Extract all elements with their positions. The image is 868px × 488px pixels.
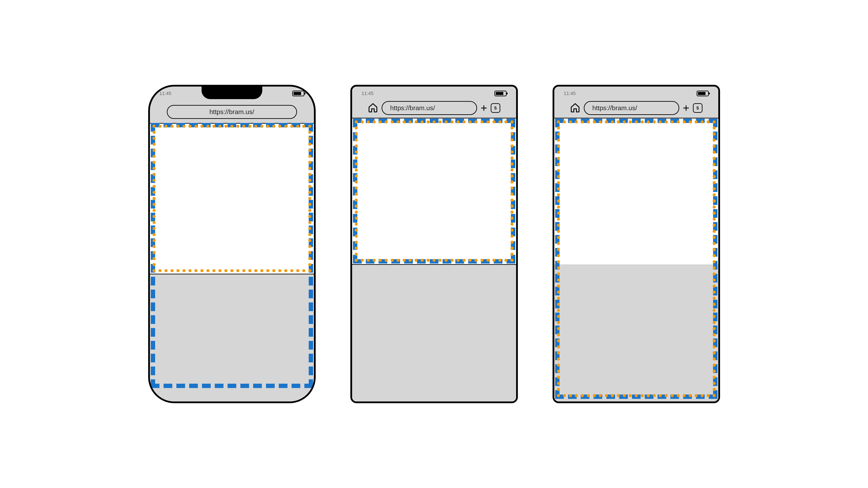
url-bar[interactable]: https://bram.us/	[167, 105, 297, 119]
status-time: 11:45	[362, 91, 374, 96]
page-content	[150, 123, 314, 274]
virtual-keyboard	[150, 274, 314, 401]
phone-iphone: 11:45 https://bram.us/ Focused Input	[148, 85, 316, 403]
virtual-keyboard	[554, 264, 718, 400]
status-time: 11:45	[159, 91, 172, 96]
url-bar[interactable]: https://bram.us/	[584, 101, 679, 115]
battery-icon	[494, 91, 506, 96]
virtual-keyboard	[352, 265, 516, 401]
battery-icon	[696, 91, 709, 96]
toolbar: https://bram.us/ + 5	[352, 98, 516, 118]
toolbar: https://bram.us/ + 5	[554, 98, 718, 118]
battery-icon	[292, 91, 304, 96]
url-bar[interactable]: https://bram.us/	[382, 101, 477, 115]
tab-count[interactable]: 5	[491, 103, 500, 113]
phone-android-resize: 11:45 https://bram.us/ + 5 Focused Input	[350, 85, 518, 403]
phone-android-overlay: 11:45 https://bram.us/ + 5 Focused Input	[553, 85, 720, 403]
home-icon[interactable]	[570, 102, 580, 113]
status-time: 11:45	[564, 91, 576, 96]
page-content	[352, 118, 516, 265]
notch	[202, 86, 262, 99]
home-icon[interactable]	[368, 102, 378, 113]
new-tab-icon[interactable]: +	[480, 101, 487, 115]
new-tab-icon[interactable]: +	[683, 101, 689, 115]
tab-count[interactable]: 5	[693, 103, 703, 113]
toolbar: https://bram.us/	[150, 102, 314, 122]
